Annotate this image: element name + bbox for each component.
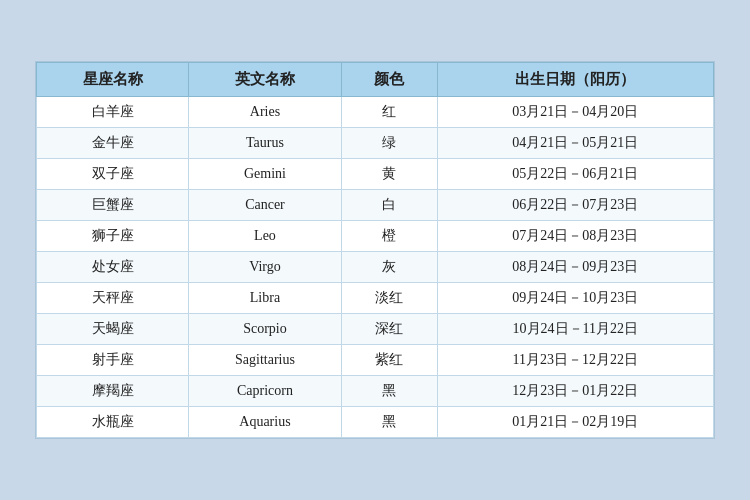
cell-english: Leo [189, 221, 341, 252]
cell-color: 紫红 [341, 345, 437, 376]
cell-chinese: 狮子座 [37, 221, 189, 252]
cell-color: 黑 [341, 407, 437, 438]
cell-english: Gemini [189, 159, 341, 190]
cell-chinese: 水瓶座 [37, 407, 189, 438]
cell-english: Aries [189, 97, 341, 128]
table-row: 天秤座Libra淡红09月24日－10月23日 [37, 283, 714, 314]
cell-english: Aquarius [189, 407, 341, 438]
cell-dates: 09月24日－10月23日 [437, 283, 713, 314]
col-header-dates: 出生日期（阳历） [437, 63, 713, 97]
cell-color: 黄 [341, 159, 437, 190]
cell-chinese: 双子座 [37, 159, 189, 190]
table-row: 巨蟹座Cancer白06月22日－07月23日 [37, 190, 714, 221]
cell-color: 绿 [341, 128, 437, 159]
table-row: 水瓶座Aquarius黑01月21日－02月19日 [37, 407, 714, 438]
cell-chinese: 天蝎座 [37, 314, 189, 345]
cell-color: 白 [341, 190, 437, 221]
cell-dates: 05月22日－06月21日 [437, 159, 713, 190]
cell-chinese: 射手座 [37, 345, 189, 376]
cell-english: Capricorn [189, 376, 341, 407]
cell-chinese: 天秤座 [37, 283, 189, 314]
cell-english: Virgo [189, 252, 341, 283]
cell-dates: 07月24日－08月23日 [437, 221, 713, 252]
cell-color: 黑 [341, 376, 437, 407]
table-row: 金牛座Taurus绿04月21日－05月21日 [37, 128, 714, 159]
table-row: 摩羯座Capricorn黑12月23日－01月22日 [37, 376, 714, 407]
cell-chinese: 巨蟹座 [37, 190, 189, 221]
cell-english: Cancer [189, 190, 341, 221]
table-row: 双子座Gemini黄05月22日－06月21日 [37, 159, 714, 190]
cell-dates: 04月21日－05月21日 [437, 128, 713, 159]
table-header-row: 星座名称 英文名称 颜色 出生日期（阳历） [37, 63, 714, 97]
table-row: 白羊座Aries红03月21日－04月20日 [37, 97, 714, 128]
cell-chinese: 金牛座 [37, 128, 189, 159]
table-row: 狮子座Leo橙07月24日－08月23日 [37, 221, 714, 252]
zodiac-table-wrapper: 星座名称 英文名称 颜色 出生日期（阳历） 白羊座Aries红03月21日－04… [35, 61, 715, 439]
cell-dates: 03月21日－04月20日 [437, 97, 713, 128]
cell-chinese: 摩羯座 [37, 376, 189, 407]
cell-color: 红 [341, 97, 437, 128]
cell-dates: 06月22日－07月23日 [437, 190, 713, 221]
cell-color: 淡红 [341, 283, 437, 314]
zodiac-table: 星座名称 英文名称 颜色 出生日期（阳历） 白羊座Aries红03月21日－04… [36, 62, 714, 438]
col-header-english: 英文名称 [189, 63, 341, 97]
cell-dates: 10月24日－11月22日 [437, 314, 713, 345]
cell-english: Scorpio [189, 314, 341, 345]
cell-dates: 08月24日－09月23日 [437, 252, 713, 283]
cell-english: Taurus [189, 128, 341, 159]
cell-english: Sagittarius [189, 345, 341, 376]
cell-dates: 12月23日－01月22日 [437, 376, 713, 407]
table-row: 处女座Virgo灰08月24日－09月23日 [37, 252, 714, 283]
table-body: 白羊座Aries红03月21日－04月20日金牛座Taurus绿04月21日－0… [37, 97, 714, 438]
cell-color: 深红 [341, 314, 437, 345]
cell-english: Libra [189, 283, 341, 314]
table-row: 天蝎座Scorpio深红10月24日－11月22日 [37, 314, 714, 345]
cell-chinese: 处女座 [37, 252, 189, 283]
cell-dates: 11月23日－12月22日 [437, 345, 713, 376]
cell-color: 橙 [341, 221, 437, 252]
table-row: 射手座Sagittarius紫红11月23日－12月22日 [37, 345, 714, 376]
col-header-chinese: 星座名称 [37, 63, 189, 97]
cell-chinese: 白羊座 [37, 97, 189, 128]
cell-color: 灰 [341, 252, 437, 283]
col-header-color: 颜色 [341, 63, 437, 97]
cell-dates: 01月21日－02月19日 [437, 407, 713, 438]
